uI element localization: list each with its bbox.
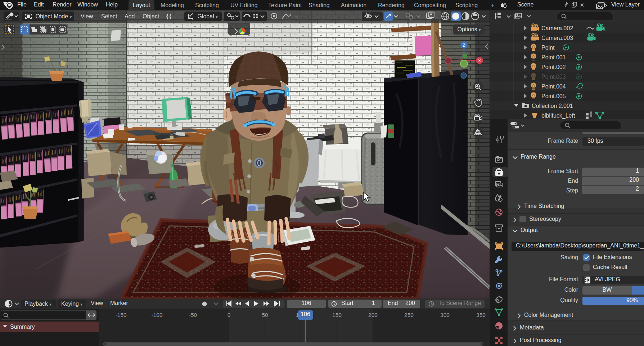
svg-text:-50: -50 [189,312,197,318]
svg-text:-100: -100 [151,312,162,318]
svg-text:Point: Point [541,45,555,51]
svg-text:Camera.002: Camera.002 [541,25,573,31]
svg-text:biblifuck_Left: biblifuck_Left [541,113,575,119]
svg-text:Point.004: Point.004 [541,83,566,90]
svg-text:250: 250 [404,312,414,318]
svg-text:300: 300 [440,312,450,318]
svg-text:Collection 2.001: Collection 2.001 [532,103,573,109]
svg-text:200: 200 [368,312,378,318]
svg-text:X: X [478,58,481,63]
svg-text:Z: Z [463,43,465,48]
svg-text:Point.003: Point.003 [541,74,566,80]
svg-text:-150: -150 [115,312,126,318]
svg-text:150: 150 [332,312,342,318]
svg-text:Camera.003: Camera.003 [541,35,573,41]
svg-text:0: 0 [228,312,231,318]
svg-text:50: 50 [262,312,268,318]
svg-text:Point.001: Point.001 [541,54,566,60]
svg-text:Point.005: Point.005 [541,93,566,99]
svg-text:Point.002: Point.002 [541,64,566,70]
svg-text:350: 350 [476,312,486,318]
